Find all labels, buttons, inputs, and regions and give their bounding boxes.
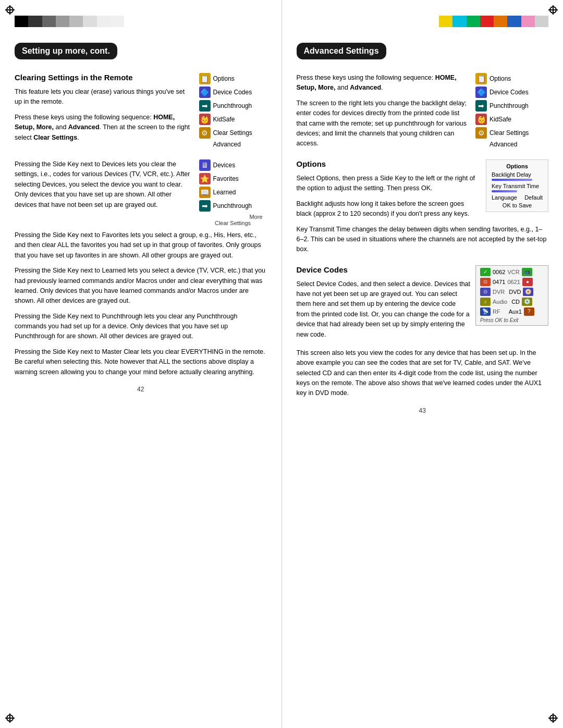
options-icon: 📋 (199, 73, 211, 84)
r-device-codes-icon: 🔷 (475, 87, 487, 98)
dc-label-0621: 0621 (507, 279, 520, 285)
left-page-number: 42 (15, 386, 267, 393)
r-options-label: Options (489, 75, 511, 82)
punchthrough-icon: ➡ (199, 100, 211, 112)
dc-row-audio: ♪ Audio CD 💿 (480, 298, 544, 306)
dc-code-0062: 0062 (493, 269, 505, 275)
dc-code-0471: 0471 (493, 279, 505, 285)
keytransmit-desc: Key Transmit Time changes the delay betw… (297, 225, 549, 255)
device-codes-desc: This screen also lets you view the codes… (297, 348, 549, 399)
reg-mark-bottom-right (548, 713, 558, 723)
devices-item-punchthrough2: ➡ Punchthrough (199, 200, 267, 212)
r-menu-item-punchthrough: ➡ Punchthrough (475, 100, 548, 112)
menu-item-options: 📋 Options (199, 73, 267, 84)
dc-row-sat: ⊙ 0471 0621 ● (480, 278, 544, 286)
menu-item-device-codes: 🔷 Device Codes (199, 87, 267, 98)
key-transmit-slider (492, 190, 517, 192)
r-punchthrough-icon: ➡ (475, 100, 487, 112)
left-page: Setting up more, cont. 📋 Options 🔷 Devic… (0, 0, 282, 728)
masterclear-para: Pressing the Side Key next to Master Cle… (15, 347, 267, 377)
favorites-icon: ⭐ (199, 173, 211, 184)
dc-dvd-label: DVD (509, 289, 521, 295)
color-bar-right (439, 16, 548, 27)
r-kidsafe-label: KidSafe (489, 116, 511, 123)
clear-settings-label: Clear Settings (213, 129, 252, 137)
devices-item-learned: 📖 Learned (199, 187, 267, 198)
r-punchthrough-label: Punchthrough (489, 102, 529, 109)
press-ok-label: Press OK to Exit (480, 317, 544, 323)
r-menu-item-device-codes: 🔷 Device Codes (475, 87, 548, 98)
right-page: Advanced Settings 📋 Options 🔷 Device Cod… (282, 0, 564, 728)
right-page-number: 43 (297, 407, 549, 414)
dc-cd-label: CD (511, 299, 520, 305)
more-label: More (199, 214, 263, 220)
r-clear-settings-icon: ⚙ (475, 127, 487, 139)
r-menu-item-options: 📋 Options (475, 73, 548, 84)
language-row: Language Default (492, 194, 543, 201)
options-screen: Options Backlight Delay Key Transmit Tim… (486, 159, 548, 212)
dc-cd-icon: 💿 (522, 298, 532, 306)
dc-icon-audio: ♪ (480, 298, 491, 306)
r-kidsafe-icon: 👶 (475, 114, 487, 125)
r-menu-item-advanced: Advanced (475, 141, 548, 148)
backlight-slider (492, 179, 532, 181)
dc-rf-label: RF (493, 309, 500, 315)
r-clear-settings-label: Clear Settings (489, 129, 529, 137)
advanced-label: Advanced (213, 141, 241, 148)
favorites-para: Pressing the Side Key next to Favorites … (15, 230, 267, 261)
right-section-title: Advanced Settings (297, 43, 386, 59)
ok-to-save-label: OK to Save (492, 202, 543, 208)
left-section-title: Setting up more, cont. (15, 43, 117, 59)
color-bar-left (15, 16, 124, 27)
punchthrough-para: Pressing the Side Key next to Punchthrou… (15, 312, 267, 342)
learned-label: Learned (213, 189, 236, 196)
reg-mark-top-right (548, 5, 558, 15)
device-codes-icon: 🔷 (199, 87, 211, 98)
kidsafe-icon: 👶 (199, 114, 211, 125)
options-screen-title: Options (492, 163, 543, 169)
favorites-label: Favorites (213, 175, 239, 182)
dc-sat-icon2: ● (522, 278, 533, 286)
key-transmit-label: Key Transmit Time (492, 183, 543, 189)
punchthrough2-icon: ➡ (199, 200, 211, 212)
language-label: Language (492, 194, 517, 201)
devices-icon: 🖥 (199, 159, 211, 171)
dc-aux1-icon: ? (524, 307, 534, 316)
kidsafe-label: KidSafe (213, 116, 235, 123)
dc-icon-sat: ⊙ (480, 278, 491, 286)
reg-mark-bottom-left (5, 713, 15, 723)
r-menu-item-clear-settings: ⚙ Clear Settings (475, 127, 548, 139)
r-advanced-label: Advanced (489, 141, 517, 148)
dc-dvd-icon: 📀 (523, 288, 533, 296)
learned-para: Pressing the Side Key next to Learned le… (15, 266, 267, 306)
learned-icon: 📖 (199, 187, 211, 198)
device-codes-panel: ✓ 0062 VCR 📺 ⊙ 0471 0621 ● ⊙ DVR DVD 📀 (475, 265, 548, 326)
dc-aux1-label: Aux1 (509, 309, 522, 315)
dc-vcr-icon2: 📺 (522, 268, 532, 276)
right-menu-panel: 📋 Options 🔷 Device Codes ➡ Punchthrough … (475, 73, 548, 150)
clear-settings-bottom-label: Clear Settings (199, 220, 267, 226)
devices-label: Devices (213, 162, 236, 169)
r-options-icon: 📋 (475, 73, 487, 84)
dc-row-rf: 📡 RF Aux1 ? (480, 307, 544, 316)
menu-item-punchthrough: ➡ Punchthrough (199, 100, 267, 112)
dc-icon-dvr: ⊙ (480, 288, 491, 296)
backlight-delay-label: Backlight Delay (492, 171, 543, 178)
devices-item-devices: 🖥 Devices (199, 159, 267, 171)
punchthrough2-label: Punchthrough (213, 202, 252, 209)
menu-item-advanced: Advanced (199, 141, 267, 148)
menu-item-kidsafe: 👶 KidSafe (199, 114, 267, 125)
options-label: Options (213, 75, 235, 82)
r-menu-item-kidsafe: 👶 KidSafe (475, 114, 548, 125)
dc-row-vcr: ✓ 0062 VCR 📺 (480, 268, 544, 276)
dc-dvr-label: DVR (493, 289, 505, 295)
default-label: Default (524, 194, 543, 201)
dc-icon-vcr: ✓ (480, 268, 491, 276)
clear-settings-icon: ⚙ (199, 127, 211, 139)
r-device-codes-label: Device Codes (489, 89, 529, 96)
devices-panel: 🖥 Devices ⭐ Favorites 📖 Learned ➡ Puncht… (199, 159, 267, 226)
punchthrough-label: Punchthrough (213, 102, 252, 109)
menu-item-clear-settings: ⚙ Clear Settings (199, 127, 267, 139)
dc-icon-rf: 📡 (480, 307, 491, 316)
reg-mark-top-left (5, 5, 15, 15)
